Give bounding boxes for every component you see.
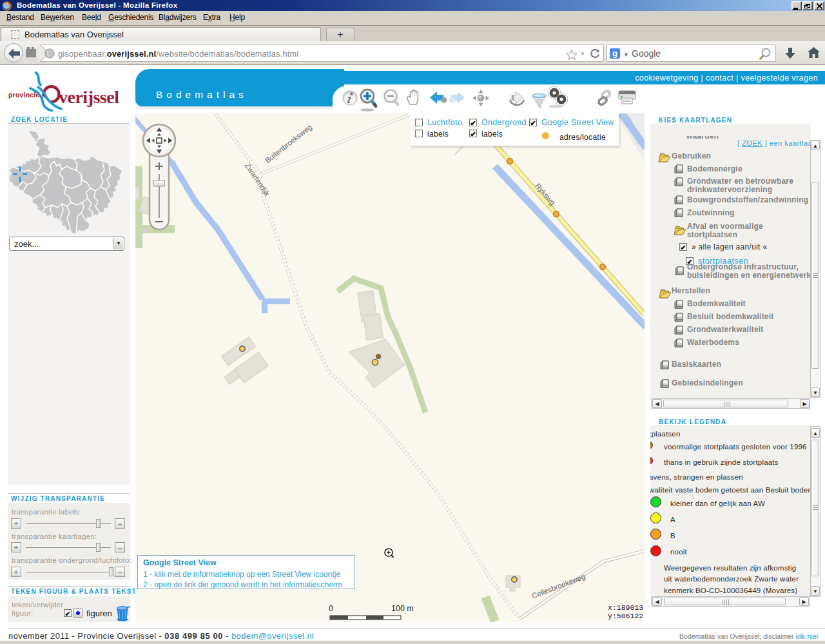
svg-text:0: 0 [329,604,333,613]
svg-text:100 m: 100 m [391,604,414,613]
svg-text:verijssel: verijssel [59,87,119,107]
